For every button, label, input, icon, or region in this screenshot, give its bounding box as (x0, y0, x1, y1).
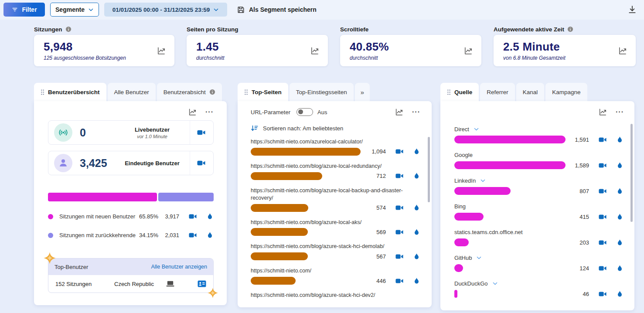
source-bar[interactable] (454, 136, 566, 143)
source-name[interactable]: GitHub (454, 255, 472, 261)
drag-handle-icon[interactable] (447, 89, 451, 95)
source-bar[interactable] (454, 161, 566, 169)
segments-dropdown[interactable]: Segmente (50, 3, 99, 17)
returning-users-bar-segment[interactable] (158, 193, 214, 201)
sort-control[interactable]: Sortieren nach: Am beliebtesten (251, 125, 420, 132)
drag-handle-icon[interactable] (41, 89, 44, 95)
page-bar[interactable] (251, 252, 308, 260)
heatmap-flame-icon[interactable] (616, 265, 624, 272)
heatmap-flame-icon[interactable] (616, 162, 624, 169)
source-bar[interactable] (454, 238, 469, 246)
heatmap-flame-icon[interactable] (616, 290, 624, 298)
source-name[interactable]: DuckDuckGo (454, 280, 488, 287)
source-name[interactable]: Google (454, 152, 473, 158)
info-icon[interactable] (209, 89, 215, 95)
source-name[interactable]: statics.teams.cdn.office.net (454, 229, 523, 235)
tab-benutzerabsicht[interactable]: Benutzerabsicht (157, 83, 222, 101)
camera-icon[interactable] (395, 229, 403, 235)
scrollbar-thumb[interactable] (428, 137, 430, 202)
page-url[interactable]: https://schmitt-nieto.com/azurelocal-cal… (251, 138, 410, 146)
tab-top-seiten[interactable]: Top-Seiten (238, 83, 288, 101)
heatmap-flame-icon[interactable] (206, 213, 214, 220)
tab-top-einstiegsseiten[interactable]: Top-Einstiegsseiten (290, 83, 354, 101)
camera-icon[interactable] (189, 232, 197, 238)
more-menu-icon[interactable] (616, 110, 624, 114)
source-name[interactable]: Bing (454, 203, 466, 210)
trend-chart-icon[interactable] (463, 46, 473, 55)
camera-icon[interactable] (395, 253, 403, 260)
camera-icon[interactable] (599, 214, 607, 220)
page-bar[interactable] (251, 148, 361, 156)
camera-icon[interactable] (599, 188, 607, 194)
page-url[interactable]: https://schmitt-nieto.com/ (251, 267, 410, 275)
camera-icon[interactable] (395, 173, 403, 179)
heatmap-flame-icon[interactable] (413, 148, 420, 155)
trend-chart-icon[interactable] (310, 46, 319, 55)
page-url[interactable]: https://schmitt-nieto.com/blog/azure-loc… (251, 187, 410, 202)
page-url[interactable]: https://schmitt-nieto.com/blog/azure-loc… (251, 219, 410, 226)
tab-overflow-chevron[interactable]: » (355, 83, 370, 101)
source-bar[interactable] (454, 264, 463, 272)
recordings-button[interactable] (190, 121, 213, 144)
heatmap-flame-icon[interactable] (616, 187, 624, 195)
date-range-picker[interactable]: 01/01/2025 00:00 - 31/12/2025 23:59 (104, 3, 227, 17)
trend-chart-icon[interactable] (188, 108, 197, 116)
contact-card-icon[interactable] (198, 280, 206, 287)
trend-chart-icon[interactable] (157, 46, 166, 55)
tab-benutzeruebersicht[interactable]: Benutzerübersicht (34, 83, 106, 101)
camera-icon[interactable] (599, 136, 607, 143)
page-bar[interactable] (251, 204, 308, 212)
tab-alle-benutzer[interactable]: Alle Benutzer (108, 83, 156, 101)
show-all-users-link[interactable]: Alle Benutzer anzeigen (151, 264, 207, 270)
source-bar[interactable] (454, 290, 457, 298)
heatmap-flame-icon[interactable] (413, 277, 420, 285)
heatmap-flame-icon[interactable] (616, 213, 624, 221)
chevron-down-icon[interactable] (492, 281, 498, 286)
camera-icon[interactable] (599, 265, 607, 272)
page-bar[interactable] (251, 172, 322, 180)
camera-icon[interactable] (395, 148, 403, 155)
chevron-down-icon[interactable] (476, 255, 482, 261)
recordings-button[interactable] (190, 151, 213, 175)
chevron-down-icon[interactable] (474, 126, 479, 132)
heatmap-flame-icon[interactable] (413, 172, 420, 180)
download-button[interactable] (627, 5, 638, 15)
top-user-row[interactable]: 152 Sitzungen Czech Republic (48, 275, 213, 293)
camera-icon[interactable] (599, 239, 607, 246)
camera-icon[interactable] (599, 162, 607, 169)
more-menu-icon[interactable] (205, 110, 214, 114)
heatmap-flame-icon[interactable] (413, 204, 420, 211)
source-bar[interactable] (454, 187, 511, 195)
filter-button[interactable]: Filter (3, 3, 45, 17)
source-bar[interactable] (454, 213, 484, 221)
info-icon[interactable] (567, 26, 573, 32)
heatmap-flame-icon[interactable] (616, 136, 624, 143)
page-bar[interactable] (251, 228, 308, 236)
trend-chart-icon[interactable] (598, 108, 607, 116)
page-url[interactable]: https://schmitt-nieto.com/blog/azure-sta… (251, 292, 410, 299)
heatmap-flame-icon[interactable] (413, 228, 420, 236)
trend-chart-icon[interactable] (395, 108, 403, 116)
info-icon[interactable] (65, 26, 72, 32)
tab-kanal[interactable]: Kanal (516, 83, 545, 101)
page-url[interactable]: https://schmitt-nieto.com/blog/azure-sta… (251, 243, 410, 250)
tab-referrer[interactable]: Referrer (480, 83, 515, 101)
page-url[interactable]: https://schmitt-nieto.com/blog/azure-loc… (251, 163, 410, 170)
tab-kampagne[interactable]: Kampagne (545, 83, 587, 101)
camera-icon[interactable] (395, 278, 403, 284)
scrollbar-thumb[interactable] (630, 124, 633, 222)
source-name[interactable]: LinkedIn (454, 177, 476, 184)
url-parameter-toggle[interactable] (296, 108, 313, 116)
camera-icon[interactable] (395, 204, 403, 211)
heatmap-flame-icon[interactable] (206, 231, 214, 239)
chevron-down-icon[interactable] (480, 178, 486, 184)
new-users-bar-segment[interactable] (48, 193, 157, 201)
page-bar[interactable] (251, 277, 296, 285)
trend-chart-icon[interactable] (618, 46, 627, 55)
tab-quelle[interactable]: Quelle (440, 83, 479, 101)
heatmap-flame-icon[interactable] (616, 239, 624, 246)
source-name[interactable]: Direct (454, 126, 469, 133)
more-menu-icon[interactable] (412, 110, 420, 114)
drag-handle-icon[interactable] (244, 89, 248, 95)
camera-icon[interactable] (599, 291, 607, 297)
